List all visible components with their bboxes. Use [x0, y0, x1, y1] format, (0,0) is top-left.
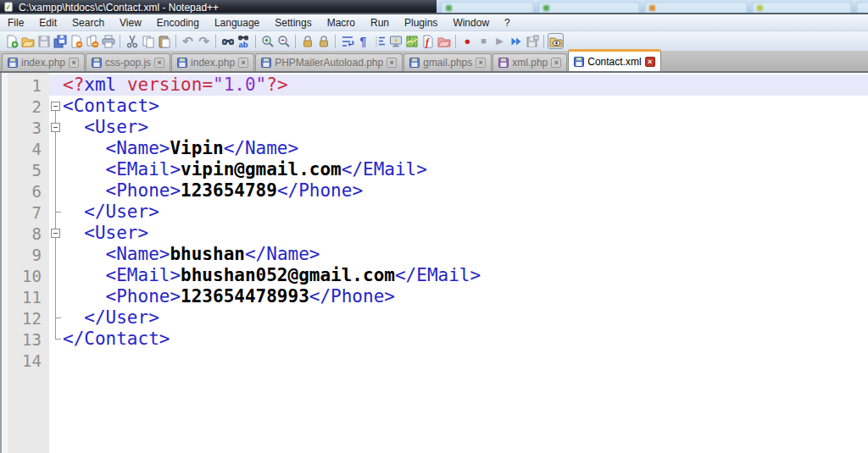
code-text[interactable]: <Name>bhushan</Name>	[63, 244, 868, 265]
code-text[interactable]: </User>	[63, 202, 868, 223]
code-text[interactable]: <Contact>	[63, 96, 868, 117]
menu-item-file[interactable]: File	[0, 14, 31, 30]
folder-as-workspace-icon[interactable]	[436, 33, 452, 49]
code-text[interactable]: <?xml version="1.0"?>	[63, 75, 868, 96]
token-tag: </Phone>	[277, 180, 363, 201]
fold-collapse-icon[interactable]	[51, 229, 60, 238]
macro-save-icon[interactable]	[524, 33, 540, 49]
code-text[interactable]: <User>	[63, 117, 868, 138]
close-all-files-icon[interactable]	[84, 33, 100, 49]
tab-label: xml.php	[512, 57, 548, 69]
toolbar-separator	[255, 35, 256, 48]
tab-close-icon[interactable]: ×	[154, 58, 164, 68]
word-wrap-icon[interactable]	[339, 33, 355, 49]
monitoring-icon[interactable]	[548, 33, 564, 49]
find-icon[interactable]	[220, 33, 236, 49]
background-ghost-icon	[446, 5, 452, 11]
line-number: 10	[2, 267, 49, 285]
code-text[interactable]: <EMail>bhushan052@gmail.com</EMail>	[63, 265, 868, 286]
menu-item-edit[interactable]: Edit	[31, 14, 64, 30]
show-all-characters-icon[interactable]: ¶	[355, 33, 371, 49]
toolbar: ↶↷ab¶f●■▶	[0, 31, 868, 52]
zoom-in-icon[interactable]	[259, 33, 275, 49]
tab-gmail-phps[interactable]: gmail.phps×	[403, 53, 492, 71]
editor[interactable]: 1<?xml version="1.0"?>2<Contact>3 <User>…	[0, 73, 868, 453]
fold-margin	[49, 223, 63, 244]
tab-close-icon[interactable]: ×	[476, 58, 486, 68]
macro-record-icon[interactable]: ●	[459, 33, 476, 49]
new-file-icon[interactable]	[3, 33, 19, 49]
token-tag: </Contact>	[63, 329, 170, 349]
code-text[interactable]: <Phone>123654478993</Phone>	[63, 286, 868, 307]
tab-index-php[interactable]: index.php×	[171, 53, 254, 71]
line-number: 5	[2, 161, 49, 180]
menu-item-encoding[interactable]: Encoding	[149, 14, 207, 30]
menu-item-view[interactable]: View	[112, 14, 149, 30]
tab-close-icon[interactable]: ×	[387, 58, 397, 68]
menu-item-plugins[interactable]: Plugins	[397, 14, 445, 30]
background-ghost-icon	[757, 5, 763, 11]
tab-css-pop-js[interactable]: css-pop.js×	[86, 53, 170, 71]
code-text[interactable]: <EMail>vipin@gmail.com</EMail>	[63, 159, 868, 180]
function-list-icon[interactable]: f	[420, 33, 436, 49]
sync-vertical-scroll-icon[interactable]	[299, 33, 315, 49]
cut-icon[interactable]	[124, 33, 140, 49]
code-text[interactable]: <Phone>123654789</Phone>	[63, 180, 868, 202]
tab-close-icon[interactable]: ×	[238, 58, 248, 68]
token-red: <?	[63, 75, 84, 95]
user-defined-language-icon[interactable]	[387, 33, 403, 49]
open-folder-icon[interactable]	[19, 33, 36, 49]
show-indent-guide-icon[interactable]	[371, 33, 387, 49]
fold-margin	[49, 96, 63, 117]
menu-item-language[interactable]: Language	[207, 14, 267, 30]
menu-item-window[interactable]: Window	[445, 14, 497, 30]
fold-end-tick	[55, 212, 61, 213]
line-number: 12	[2, 309, 49, 328]
saved-file-icon	[498, 58, 509, 68]
replace-icon[interactable]: ab	[236, 33, 252, 49]
line-number: 7	[2, 203, 49, 222]
fold-collapse-icon[interactable]	[51, 123, 60, 132]
macro-play-icon[interactable]: ▶	[492, 33, 508, 49]
title-bar-row: C:\xampp\htdocs\c\Contact.xml - Notepad+…	[0, 0, 868, 14]
sync-horizontal-scroll-icon[interactable]	[315, 33, 331, 49]
editor-line-2: 2<Contact>	[2, 96, 868, 117]
paste-icon[interactable]	[156, 33, 172, 49]
document-map-icon[interactable]	[403, 33, 420, 49]
redo-icon[interactable]: ↷	[196, 33, 212, 49]
code-text[interactable]: </Contact>	[63, 329, 868, 350]
tab-close-icon[interactable]: ×	[645, 57, 655, 67]
line-number: 2	[2, 97, 49, 116]
fold-line	[55, 286, 56, 307]
undo-icon[interactable]: ↶	[180, 33, 196, 49]
save-icon[interactable]	[36, 33, 52, 49]
code-text[interactable]: <Name>Vipin</Name>	[63, 138, 868, 159]
saved-file-icon	[92, 58, 102, 68]
zoom-out-icon[interactable]	[275, 33, 292, 49]
menu-item-settings[interactable]: Settings	[267, 14, 319, 30]
code-text[interactable]: <User>	[63, 223, 868, 244]
save-all-icon[interactable]	[52, 33, 68, 49]
tab-bar: index.php×css-pop.js×index.php×PHPMailer…	[0, 51, 868, 71]
fold-collapse-icon[interactable]	[51, 102, 60, 111]
tab-close-icon[interactable]: ×	[69, 58, 79, 68]
code-text[interactable]: </User>	[63, 307, 868, 329]
fold-margin	[49, 138, 63, 159]
menu-item-macro[interactable]: Macro	[320, 14, 363, 30]
tab-index-php[interactable]: index.php×	[2, 53, 85, 71]
copy-icon[interactable]	[140, 33, 156, 49]
macro-run-multiple-icon[interactable]	[508, 33, 524, 49]
tab-close-icon[interactable]: ×	[551, 58, 561, 68]
tab-phpmailerautoload-php[interactable]: PHPMailerAutoload.php×	[255, 53, 403, 71]
tab-contact-xml[interactable]: Contact.xml×	[568, 49, 660, 71]
menu-item-run[interactable]: Run	[363, 14, 397, 30]
close-file-icon[interactable]	[68, 33, 84, 49]
menu-item-[interactable]: ?	[497, 14, 518, 30]
print-icon[interactable]	[100, 33, 116, 49]
notepadpp-window: C:\xampp\htdocs\c\Contact.xml - Notepad+…	[0, 0, 868, 453]
token-tag: xml	[84, 75, 116, 95]
macro-stop-icon[interactable]: ■	[476, 33, 492, 49]
tab-xml-php[interactable]: xml.php×	[492, 53, 567, 71]
line-number: 11	[2, 288, 49, 307]
menu-item-search[interactable]: Search	[64, 14, 112, 30]
